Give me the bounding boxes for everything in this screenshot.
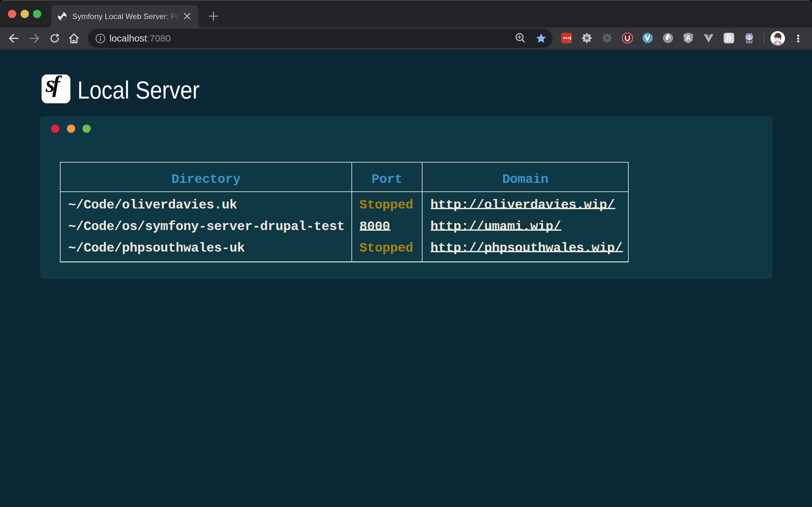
svg-text:A: A bbox=[686, 34, 691, 42]
svg-text:h: h bbox=[726, 33, 731, 43]
